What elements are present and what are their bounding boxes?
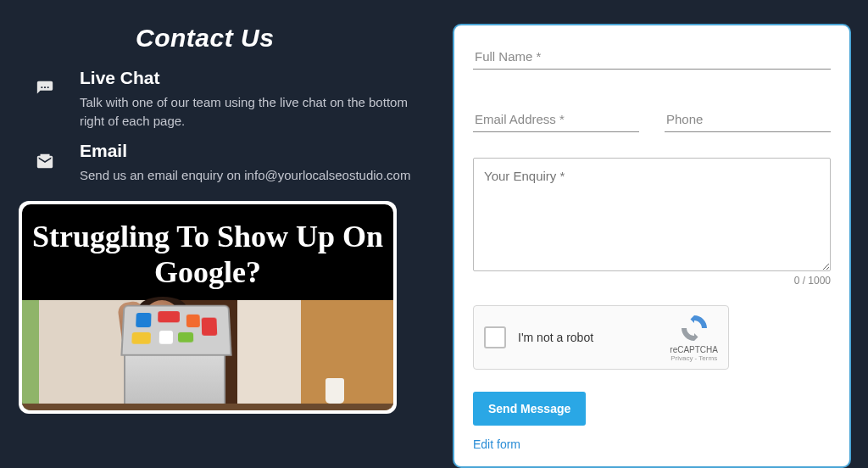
promo-person-illustration — [98, 297, 217, 410]
field-email — [473, 103, 639, 132]
promo-card: Struggling To Show Up On Google? — [19, 201, 397, 414]
recaptcha-widget: I'm not a robot reCAPTCHA Privacy - Term… — [473, 305, 729, 370]
promo-image — [22, 300, 393, 410]
email-body: Send us an email enquiry on info@yourloc… — [80, 166, 419, 185]
field-phone — [665, 103, 831, 132]
livechat-body: Talk with one of our team using the live… — [80, 93, 427, 131]
recaptcha-brand-block: reCAPTCHA Privacy - Terms — [670, 313, 718, 362]
recaptcha-label: I'm not a robot — [518, 331, 593, 344]
recaptcha-checkbox[interactable] — [484, 326, 506, 348]
contact-text-email: Email Send us an email enquiry on info@y… — [80, 141, 419, 185]
promo-headline: Struggling To Show Up On Google? — [22, 204, 393, 300]
email-heading: Email — [80, 141, 419, 161]
contact-item-email: Email Send us an email enquiry on info@y… — [17, 141, 427, 185]
recaptcha-brand: reCAPTCHA — [670, 345, 718, 354]
email-icon — [27, 144, 63, 180]
phone-input[interactable] — [665, 103, 831, 132]
email-input[interactable] — [473, 103, 639, 132]
contact-item-livechat: Live Chat Talk with one of our team usin… — [17, 68, 427, 131]
fullname-input[interactable] — [473, 41, 831, 70]
cup-illustration — [326, 378, 344, 404]
left-column: Contact Us Live Chat Talk with one of ou… — [17, 24, 427, 468]
enquiry-textarea[interactable] — [473, 158, 831, 271]
field-fullname — [473, 41, 831, 78]
char-count: 0 / 1000 — [473, 275, 831, 287]
contact-text-livechat: Live Chat Talk with one of our team usin… — [80, 68, 427, 131]
send-message-button[interactable]: Send Message — [473, 392, 586, 426]
page-title: Contact Us — [17, 24, 427, 53]
livechat-heading: Live Chat — [80, 68, 427, 88]
promo-inner: Struggling To Show Up On Google? — [22, 204, 393, 410]
contact-form: 0 / 1000 I'm not a robot reCAPTCHA Priva… — [453, 24, 851, 468]
edit-form-link[interactable]: Edit form — [473, 437, 831, 451]
recaptcha-links: Privacy - Terms — [670, 354, 718, 362]
recaptcha-logo-icon — [679, 313, 709, 343]
chat-icon — [27, 71, 63, 107]
